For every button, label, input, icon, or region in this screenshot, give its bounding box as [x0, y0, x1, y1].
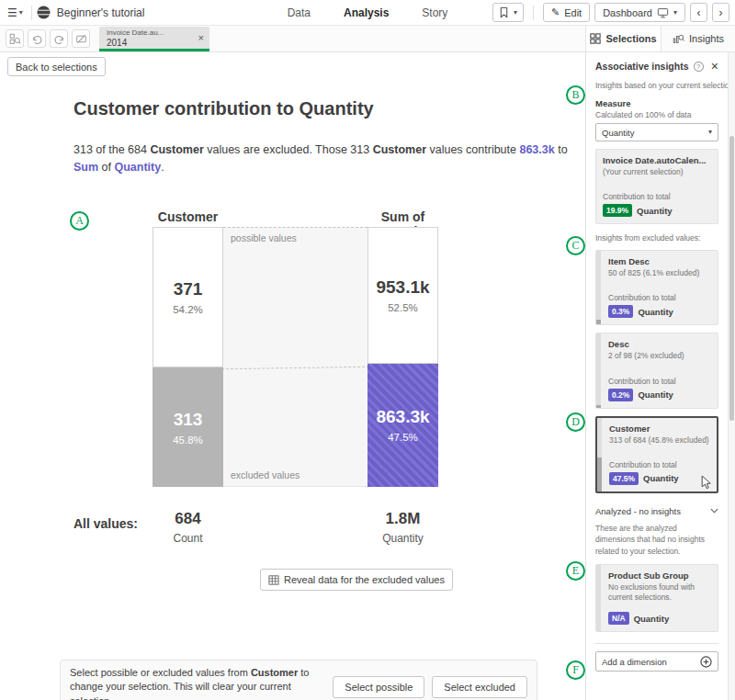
annotation-marker-f: F — [566, 660, 585, 680]
edit-button[interactable]: ✎ Edit — [543, 3, 590, 22]
scrollbar-thumb[interactable] — [729, 136, 734, 421]
card-title: Desc — [608, 339, 711, 349]
tab-analysis[interactable]: Analysis — [344, 6, 389, 19]
tab-selections[interactable]: Selections — [585, 26, 661, 51]
customer-excluded-value: 313 — [174, 410, 203, 430]
reveal-data-button[interactable]: Reveal data for the excluded values — [260, 569, 453, 591]
analyzed-header-label: Analyzed - no insights — [595, 506, 681, 516]
select-possible-button[interactable]: Select possible — [333, 676, 424, 698]
help-icon[interactable]: ? — [694, 62, 704, 72]
card-subtitle: 2 of 98 (2% excluded) — [608, 351, 711, 361]
tab-insights[interactable]: Insights — [661, 26, 735, 51]
analyzed-section-description: These are the analyzed dimensions that h… — [595, 523, 718, 557]
step-back-icon — [31, 33, 43, 45]
selections-bar: Invoice Date.au... 2014 × Selections Ins… — [0, 26, 735, 52]
selection-chip-close-button[interactable]: × — [198, 32, 204, 43]
tab-story[interactable]: Story — [422, 6, 447, 19]
card-measure: Quantity — [634, 614, 670, 624]
dashboard-button[interactable]: Dashboard ▾ — [594, 3, 685, 22]
quantity-excluded-segment[interactable]: 863.3k 47.5% — [368, 364, 438, 487]
customer-possible-segment[interactable]: 371 54.2% — [153, 227, 223, 367]
card-title: Invoice Date.autoCalen... — [603, 155, 711, 165]
insight-card-current-selection[interactable]: Invoice Date.autoCalen... (Your current … — [595, 149, 718, 224]
card-subtitle: No exclusions found with current selecti… — [608, 582, 711, 603]
all-quantity-value: 1.8M — [368, 510, 438, 528]
customer-excluded-pct: 45.8% — [173, 435, 203, 446]
card-title: Product Sub Group — [608, 570, 711, 581]
chart-split-line — [221, 367, 369, 370]
all-values-customer: 684 Count — [153, 510, 223, 545]
measure-dropdown[interactable]: Quantity ▾ — [595, 123, 718, 141]
analyzed-section-header[interactable]: Analyzed - no insights — [595, 506, 718, 516]
tab-data[interactable]: Data — [288, 6, 311, 19]
hamburger-menu-button[interactable]: ☰ ▾ — [4, 6, 27, 20]
divider — [533, 6, 534, 20]
step-back-button[interactable] — [28, 29, 46, 48]
next-sheet-button[interactable]: › — [712, 3, 729, 22]
chevron-down-icon — [710, 508, 718, 514]
back-to-selections-label: Back to selections — [16, 62, 97, 73]
chart-connector-region: possible values excluded values — [223, 227, 368, 487]
chevron-left-icon: ‹ — [697, 6, 701, 19]
card-indicator-strip — [596, 565, 601, 631]
insight-card-desc[interactable]: Desc 2 of 98 (2% excluded) Contribution … — [595, 333, 718, 408]
chevron-down-icon: ▾ — [708, 129, 712, 136]
panel-scrollbar[interactable] — [728, 52, 735, 700]
selection-chip-invoice-date[interactable]: Invoice Date.au... 2014 × — [99, 27, 209, 51]
measure-dropdown-value: Quantity — [602, 128, 634, 138]
measure-label: Measure — [595, 98, 718, 108]
app-title: Beginner's tutorial — [57, 6, 145, 19]
selections-tool-icon — [9, 33, 21, 45]
qlik-logo — [37, 6, 51, 19]
badge-row: 0.2% Quantity — [608, 389, 711, 401]
insight-card-product-sub-group[interactable]: Product Sub Group No exclusions found wi… — [595, 564, 718, 632]
close-icon: × — [198, 32, 204, 43]
prev-sheet-button[interactable]: ‹ — [690, 3, 707, 22]
contribution-badge: 47.5% — [609, 472, 639, 485]
selections-tool-button[interactable] — [6, 29, 24, 48]
badge-row: N/A Quantity — [608, 612, 711, 625]
card-measure: Quantity — [637, 206, 673, 216]
insight-card-item-desc[interactable]: Item Desc 50 of 825 (6.1% excluded) Cont… — [595, 250, 718, 325]
card-indicator-strip — [597, 418, 602, 491]
back-to-selections-button[interactable]: Back to selections — [7, 57, 106, 76]
associative-insights-panel: Associative insights ? × Insights based … — [585, 52, 728, 700]
insight-card-customer[interactable]: Customer 313 of 684 (45.8% excluded) Con… — [595, 416, 718, 493]
clear-selections-icon — [75, 33, 87, 45]
add-dimension-label: Add a dimension — [602, 657, 667, 667]
customer-bar: 371 54.2% 313 45.8% — [153, 227, 223, 487]
customer-excluded-segment[interactable]: 313 45.8% — [153, 367, 223, 487]
quantity-excluded-value: 863.3k — [376, 407, 429, 427]
card-title: Item Desc — [608, 256, 711, 266]
panel-header: Associative insights ? × — [595, 60, 718, 73]
plus-circle-icon — [700, 656, 712, 668]
grid-icon — [590, 33, 601, 44]
step-forward-button[interactable] — [50, 29, 68, 48]
close-panel-button[interactable]: × — [711, 60, 718, 73]
select-excluded-button[interactable]: Select excluded — [432, 676, 527, 698]
all-values-quantity: 1.8M Quantity — [368, 510, 438, 545]
bookmark-button[interactable]: ▾ — [492, 3, 524, 22]
reveal-data-label: Reveal data for the excluded values — [284, 574, 445, 585]
insight-main: Back to selections Customer contribution… — [0, 52, 585, 700]
annotation-marker-a: A — [70, 211, 89, 231]
selection-footer: Select possible or excluded values from … — [60, 660, 537, 700]
table-icon — [268, 575, 279, 585]
title-middle: contribution to — [159, 98, 299, 119]
edit-label: Edit — [564, 7, 582, 18]
excluded-insights-header: Insights from excluded values: — [595, 233, 718, 243]
add-dimension-button[interactable]: Add a dimension — [595, 651, 718, 672]
header-actions: ▾ ✎ Edit Dashboard ▾ ‹ › — [492, 3, 731, 22]
clear-selections-button[interactable] — [72, 29, 90, 48]
divider — [31, 6, 32, 20]
pencil-icon: ✎ — [551, 7, 560, 17]
selection-chip-texts: Invoice Date.au... 2014 — [107, 28, 195, 48]
contribution-chart: Customer Sum of Quantity possible values… — [153, 209, 438, 487]
close-icon: × — [711, 59, 718, 73]
panel-tabs: Selections Insights — [585, 26, 735, 51]
quantity-possible-pct: 52.5% — [388, 302, 418, 313]
quantity-possible-segment[interactable]: 953.1k 52.5% — [368, 227, 438, 364]
hamburger-icon: ☰ — [7, 7, 17, 18]
chart-header-customer: Customer — [153, 209, 223, 224]
card-indicator-strip — [596, 333, 601, 407]
